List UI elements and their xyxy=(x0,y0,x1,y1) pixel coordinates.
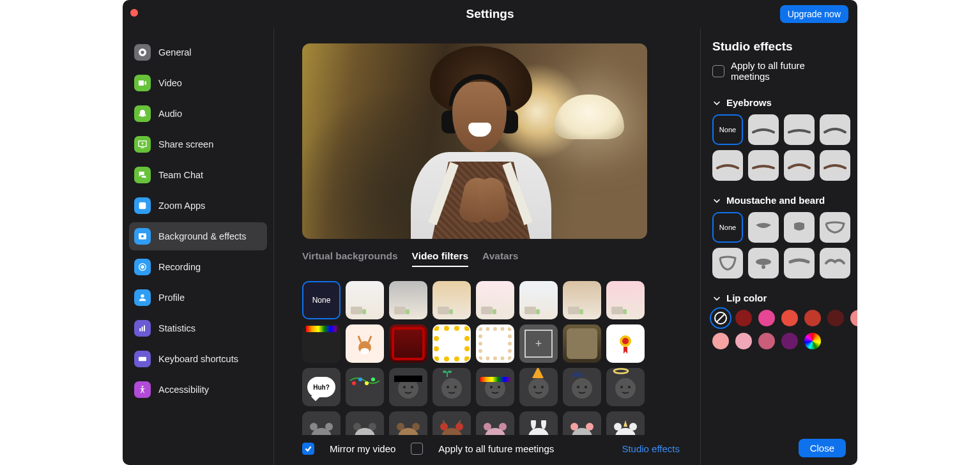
filter-tv[interactable] xyxy=(563,324,601,363)
beard-option-7[interactable] xyxy=(820,248,850,278)
filter-rainbow[interactable] xyxy=(476,368,514,406)
filter-cap[interactable] xyxy=(563,368,601,406)
sidebar-item-general[interactable]: General xyxy=(129,38,267,66)
eyebrow-option-2[interactable] xyxy=(784,114,815,145)
filter-halo[interactable] xyxy=(606,368,645,406)
filter-unicorn[interactable] xyxy=(606,411,645,435)
eyebrow-option-6[interactable] xyxy=(784,150,815,181)
sidebar-item-accessibility[interactable]: Accessibility xyxy=(129,376,267,404)
sidebar-item-zoom-apps[interactable]: Zoom Apps xyxy=(129,192,267,220)
filter-pride[interactable] xyxy=(302,324,341,363)
sidebar-item-statistics[interactable]: Statistics xyxy=(129,314,267,342)
lip-color-1[interactable] xyxy=(735,310,752,326)
sidebar-item-keyboard-shortcuts[interactable]: Keyboard shortcuts xyxy=(129,345,267,373)
filter-focus-frame[interactable]: + xyxy=(519,324,558,363)
filter-mask[interactable] xyxy=(302,411,341,435)
filter-room-4[interactable] xyxy=(476,281,514,319)
eyebrow-option-5[interactable] xyxy=(748,150,779,181)
beard-option-3[interactable] xyxy=(820,212,850,243)
sidebar-item-background-effects[interactable]: Background & effects xyxy=(129,222,267,250)
mirror-video-checkbox[interactable] xyxy=(302,443,314,455)
filter-sprout[interactable] xyxy=(433,368,471,406)
beard-option-4[interactable] xyxy=(712,248,743,278)
filter-room-2[interactable] xyxy=(389,281,427,319)
eyebrow-none[interactable]: None xyxy=(712,114,743,145)
svg-point-12 xyxy=(360,348,369,354)
beard-option-5[interactable] xyxy=(748,248,779,278)
zoom-apps-icon xyxy=(134,197,151,214)
beard-option-1[interactable] xyxy=(748,212,779,243)
filter-mouse[interactable] xyxy=(563,411,601,435)
filter-raccoon[interactable] xyxy=(346,411,384,435)
sidebar-item-profile[interactable]: Profile xyxy=(129,284,267,312)
beard-section-toggle[interactable]: Moustache and beard xyxy=(712,195,846,206)
filter-dog[interactable] xyxy=(346,324,384,363)
lip-color-custom[interactable] xyxy=(804,333,821,349)
sidebar-item-label: Team Chat xyxy=(158,170,203,180)
lip-color-none[interactable] xyxy=(712,310,729,326)
filter-emoji-frame[interactable] xyxy=(433,324,471,363)
lip-color-5[interactable] xyxy=(827,310,844,326)
filter-pearl-frame[interactable] xyxy=(476,324,514,363)
lip-color-4[interactable] xyxy=(804,310,821,326)
apply-future-checkbox[interactable] xyxy=(411,443,423,455)
studio-apply-future-checkbox[interactable] xyxy=(712,65,724,77)
eyebrow-option-1[interactable] xyxy=(748,114,779,145)
beard-option-6[interactable] xyxy=(784,248,815,278)
eyebrow-option-3[interactable] xyxy=(820,114,850,145)
filter-theater[interactable] xyxy=(389,324,427,363)
filter-room-6[interactable] xyxy=(563,281,601,319)
filter-ribbon[interactable] xyxy=(606,324,645,363)
eyebrows-section-toggle[interactable]: Eyebrows xyxy=(712,97,846,108)
sidebar-item-share-screen[interactable]: Share screen xyxy=(129,130,267,158)
upgrade-button[interactable]: Upgrade now xyxy=(780,5,848,23)
beard-option-2[interactable] xyxy=(784,212,815,243)
filter-bear[interactable] xyxy=(389,411,427,435)
lip-color-3[interactable] xyxy=(781,310,798,326)
sidebar-item-label: General xyxy=(158,47,192,57)
lip-color-10[interactable] xyxy=(781,333,798,349)
svg-point-38 xyxy=(620,386,623,388)
filter-room-7[interactable] xyxy=(606,281,645,319)
sidebar-item-audio[interactable]: Audio xyxy=(129,100,267,128)
svg-point-15 xyxy=(352,381,356,385)
lip-color-7[interactable] xyxy=(712,333,729,349)
sidebar-item-recording[interactable]: Recording xyxy=(129,253,267,281)
filter-room-1[interactable] xyxy=(346,281,384,319)
sidebar-item-video[interactable]: Video xyxy=(129,69,267,97)
filter-room-3[interactable] xyxy=(433,281,471,319)
lip-section-toggle[interactable]: Lip color xyxy=(712,293,846,303)
svg-point-20 xyxy=(403,386,406,388)
eyebrow-option-4[interactable] xyxy=(712,150,743,181)
filter-reindeer[interactable] xyxy=(433,411,471,435)
lip-color-6[interactable] xyxy=(850,310,857,326)
filter-party-hat[interactable] xyxy=(519,368,558,406)
svg-point-17 xyxy=(365,381,369,385)
eyebrows-options: None xyxy=(712,114,846,181)
lip-color-9[interactable] xyxy=(758,333,775,349)
tab-avatars[interactable]: Avatars xyxy=(482,250,518,267)
filter-glasses[interactable] xyxy=(389,368,427,406)
filter-rabbit[interactable] xyxy=(519,411,558,435)
studio-effects-link[interactable]: Studio effects xyxy=(622,443,680,454)
filter-pig[interactable] xyxy=(476,411,514,435)
eyebrow-option-7[interactable] xyxy=(820,150,850,181)
sidebar-item-label: Zoom Apps xyxy=(158,201,205,211)
close-button[interactable]: Close xyxy=(799,439,846,457)
beard-none[interactable]: None xyxy=(712,212,743,243)
lip-color-2[interactable] xyxy=(758,310,775,326)
main-panel: Virtual backgroundsVideo filtersAvatars … xyxy=(274,28,700,465)
filter-huh[interactable]: Huh? xyxy=(302,368,341,406)
filter-none[interactable]: None xyxy=(302,281,341,319)
sidebar-item-team-chat[interactable]: Team Chat xyxy=(129,161,267,189)
tab-video-filters[interactable]: Video filters xyxy=(412,250,468,267)
team-chat-icon xyxy=(134,167,151,183)
video-filters-grid: None+Huh? xyxy=(302,281,680,435)
svg-rect-7 xyxy=(142,326,143,331)
close-window-icon[interactable] xyxy=(130,9,138,17)
svg-point-39 xyxy=(628,386,631,388)
filter-lights[interactable] xyxy=(346,368,384,406)
filter-room-5[interactable] xyxy=(519,281,558,319)
tab-virtual-backgrounds[interactable]: Virtual backgrounds xyxy=(302,250,398,267)
lip-color-8[interactable] xyxy=(735,333,752,349)
